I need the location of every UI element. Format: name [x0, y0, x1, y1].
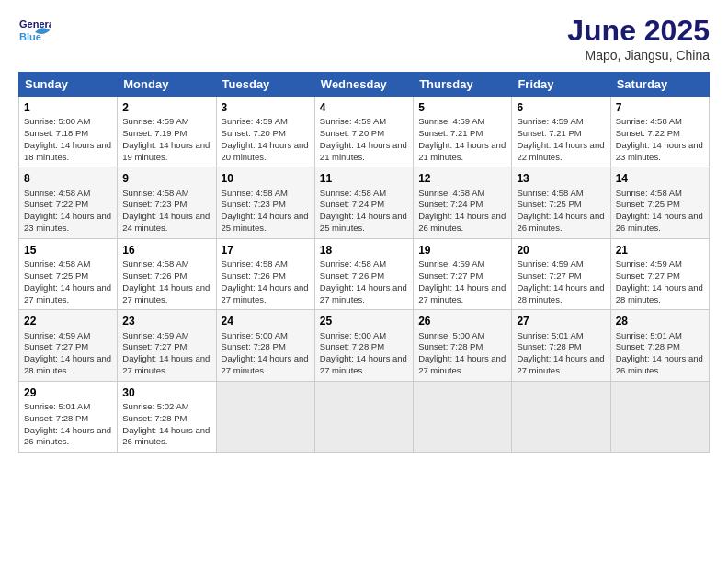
sunrise-label: Sunrise: 5:01 AM	[24, 401, 90, 411]
daylight-label: Daylight: 14 hours and 19 minutes.	[122, 140, 210, 162]
daylight-label: Daylight: 14 hours and 27 minutes.	[222, 353, 309, 375]
daylight-label: Daylight: 14 hours and 26 minutes.	[616, 211, 703, 233]
table-row: 11 Sunrise: 4:58 AM Sunset: 7:24 PM Dayl…	[314, 167, 413, 238]
daylight-label: Daylight: 14 hours and 21 minutes.	[320, 140, 407, 162]
sunrise-label: Sunrise: 4:58 AM	[517, 188, 583, 198]
sunrise-label: Sunrise: 4:58 AM	[122, 259, 188, 269]
col-friday: Friday	[512, 73, 610, 97]
day-number: 22	[24, 314, 112, 328]
sunset-label: Sunset: 7:27 PM	[24, 341, 88, 351]
sunset-label: Sunset: 7:28 PM	[517, 341, 581, 351]
daylight-label: Daylight: 14 hours and 23 minutes.	[616, 140, 703, 162]
table-row: 23 Sunrise: 4:59 AM Sunset: 7:27 PM Dayl…	[118, 310, 216, 381]
sunrise-label: Sunrise: 4:59 AM	[616, 259, 682, 269]
sunset-label: Sunset: 7:26 PM	[222, 270, 286, 281]
day-number: 5	[418, 100, 506, 115]
daylight-label: Daylight: 14 hours and 23 minutes.	[24, 211, 111, 233]
sunset-label: Sunset: 7:23 PM	[122, 199, 187, 209]
sunrise-label: Sunrise: 5:02 AM	[122, 401, 188, 411]
daylight-label: Daylight: 14 hours and 27 minutes.	[418, 282, 506, 304]
daylight-label: Daylight: 14 hours and 27 minutes.	[222, 282, 309, 304]
day-number: 10	[222, 171, 310, 186]
day-number: 19	[418, 243, 506, 258]
daylight-label: Daylight: 14 hours and 27 minutes.	[418, 353, 506, 375]
table-row: 1 Sunrise: 5:00 AM Sunset: 7:18 PM Dayli…	[19, 97, 118, 167]
daylight-label: Daylight: 14 hours and 28 minutes.	[616, 282, 703, 304]
table-row: 15 Sunrise: 4:58 AM Sunset: 7:25 PM Dayl…	[19, 238, 118, 309]
day-number: 21	[616, 243, 704, 258]
table-row: 27 Sunrise: 5:01 AM Sunset: 7:28 PM Dayl…	[512, 310, 610, 381]
day-number: 26	[418, 314, 506, 328]
daylight-label: Daylight: 14 hours and 20 minutes.	[222, 140, 309, 162]
daylight-label: Daylight: 14 hours and 24 minutes.	[122, 211, 210, 233]
page: General Blue June 2025 Mapo, Jiangsu, Ch…	[0, 0, 728, 563]
table-row	[216, 381, 314, 452]
sunset-label: Sunset: 7:25 PM	[24, 270, 88, 281]
sunrise-label: Sunrise: 4:59 AM	[418, 116, 484, 126]
day-number: 20	[517, 243, 605, 258]
sunset-label: Sunset: 7:18 PM	[24, 128, 88, 138]
sunrise-label: Sunrise: 5:00 AM	[418, 330, 484, 340]
sunrise-label: Sunrise: 4:59 AM	[122, 116, 188, 126]
table-row: 14 Sunrise: 4:58 AM Sunset: 7:25 PM Dayl…	[610, 167, 709, 238]
table-row: 18 Sunrise: 4:58 AM Sunset: 7:26 PM Dayl…	[314, 238, 413, 309]
table-row: 4 Sunrise: 4:59 AM Sunset: 7:20 PM Dayli…	[314, 97, 413, 167]
header: General Blue June 2025 Mapo, Jiangsu, Ch…	[18, 14, 710, 63]
day-number: 13	[517, 171, 605, 186]
table-row: 22 Sunrise: 4:59 AM Sunset: 7:27 PM Dayl…	[19, 310, 118, 381]
sunrise-label: Sunrise: 4:58 AM	[222, 259, 288, 269]
table-row: 25 Sunrise: 5:00 AM Sunset: 7:28 PM Dayl…	[314, 310, 413, 381]
sunset-label: Sunset: 7:27 PM	[122, 341, 187, 351]
svg-text:General: General	[19, 18, 51, 29]
sunset-label: Sunset: 7:19 PM	[122, 128, 187, 138]
sunset-label: Sunset: 7:22 PM	[24, 199, 88, 209]
sunrise-label: Sunrise: 4:59 AM	[24, 330, 90, 340]
sunrise-label: Sunrise: 4:58 AM	[616, 116, 682, 126]
sunrise-label: Sunrise: 4:58 AM	[24, 188, 90, 198]
sunset-label: Sunset: 7:26 PM	[122, 270, 187, 281]
day-number: 14	[616, 171, 704, 186]
table-row: 9 Sunrise: 4:58 AM Sunset: 7:23 PM Dayli…	[118, 167, 216, 238]
day-number: 17	[222, 243, 310, 258]
sunrise-label: Sunrise: 4:58 AM	[320, 188, 386, 198]
table-row: 5 Sunrise: 4:59 AM Sunset: 7:21 PM Dayli…	[414, 97, 512, 167]
table-row: 10 Sunrise: 4:58 AM Sunset: 7:23 PM Dayl…	[216, 167, 314, 238]
sunset-label: Sunset: 7:27 PM	[517, 270, 581, 281]
daylight-label: Daylight: 14 hours and 27 minutes.	[24, 282, 111, 304]
table-row: 12 Sunrise: 4:58 AM Sunset: 7:24 PM Dayl…	[414, 167, 512, 238]
table-row	[512, 381, 610, 452]
col-sunday: Sunday	[19, 73, 118, 97]
daylight-label: Daylight: 14 hours and 25 minutes.	[222, 211, 309, 233]
sunset-label: Sunset: 7:24 PM	[418, 199, 483, 209]
table-row: 6 Sunrise: 4:59 AM Sunset: 7:21 PM Dayli…	[512, 97, 610, 167]
sunrise-label: Sunrise: 4:58 AM	[24, 259, 90, 269]
daylight-label: Daylight: 14 hours and 27 minutes.	[320, 353, 407, 375]
sunrise-label: Sunrise: 4:58 AM	[222, 188, 288, 198]
daylight-label: Daylight: 14 hours and 27 minutes.	[122, 282, 210, 304]
daylight-label: Daylight: 14 hours and 26 minutes.	[616, 353, 703, 375]
sunset-label: Sunset: 7:28 PM	[122, 413, 187, 423]
sunset-label: Sunset: 7:28 PM	[24, 413, 88, 423]
table-row: 20 Sunrise: 4:59 AM Sunset: 7:27 PM Dayl…	[512, 238, 610, 309]
daylight-label: Daylight: 14 hours and 25 minutes.	[320, 211, 407, 233]
table-row: 19 Sunrise: 4:59 AM Sunset: 7:27 PM Dayl…	[414, 238, 512, 309]
table-row: 29 Sunrise: 5:01 AM Sunset: 7:28 PM Dayl…	[19, 381, 118, 452]
table-row: 2 Sunrise: 4:59 AM Sunset: 7:19 PM Dayli…	[118, 97, 216, 167]
sunrise-label: Sunrise: 5:00 AM	[320, 330, 386, 340]
sunrise-label: Sunrise: 4:59 AM	[517, 259, 583, 269]
table-row: 26 Sunrise: 5:00 AM Sunset: 7:28 PM Dayl…	[414, 310, 512, 381]
col-saturday: Saturday	[610, 73, 709, 97]
sunrise-label: Sunrise: 5:00 AM	[222, 330, 288, 340]
logo-svg: General Blue	[18, 14, 51, 47]
table-row: 16 Sunrise: 4:58 AM Sunset: 7:26 PM Dayl…	[118, 238, 216, 309]
table-row: 30 Sunrise: 5:02 AM Sunset: 7:28 PM Dayl…	[118, 381, 216, 452]
sunrise-label: Sunrise: 5:00 AM	[24, 116, 90, 126]
sunrise-label: Sunrise: 4:59 AM	[517, 116, 583, 126]
sunset-label: Sunset: 7:27 PM	[418, 270, 483, 281]
daylight-label: Daylight: 14 hours and 26 minutes.	[24, 425, 111, 447]
sunset-label: Sunset: 7:26 PM	[320, 270, 384, 281]
col-tuesday: Tuesday	[216, 73, 314, 97]
sunset-label: Sunset: 7:23 PM	[222, 199, 286, 209]
day-number: 3	[222, 100, 310, 115]
sunset-label: Sunset: 7:28 PM	[616, 341, 680, 351]
